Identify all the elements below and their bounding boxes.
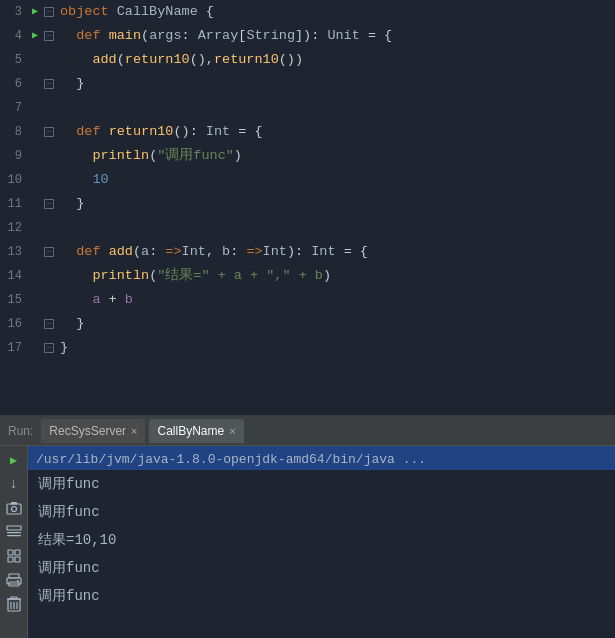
code-line: 17−} (0, 336, 615, 360)
svg-rect-9 (15, 557, 20, 562)
code-line: 6− } (0, 72, 615, 96)
run-play-button[interactable]: ▶ (4, 450, 24, 470)
line-number: 13 (0, 240, 28, 264)
line-code: def add(a: =>Int, b: =>Int): Int = { (56, 240, 615, 264)
tab-callbyname-label: CallByName (157, 424, 224, 438)
line-code: } (56, 312, 615, 336)
code-line: 9 println("调用func") (0, 144, 615, 168)
line-code: def main(args: Array[String]): Unit = { (56, 24, 615, 48)
output-line: 调用func (28, 554, 615, 582)
line-number: 4 (0, 24, 28, 48)
line-number: 3 (0, 0, 28, 24)
code-line: 14 println("结果=" + a + "," + b) (0, 264, 615, 288)
run-toolbar: ▶ ↓ (0, 446, 28, 638)
code-line: 16− } (0, 312, 615, 336)
line-number: 7 (0, 96, 28, 120)
fold-indicator[interactable]: − (42, 247, 56, 257)
fold-indicator[interactable]: − (42, 79, 56, 89)
line-code: println("调用func") (56, 144, 615, 168)
output-line: 结果=10,10 (28, 526, 615, 554)
line-code: a + b (56, 288, 615, 312)
line-code: def return10(): Int = { (56, 120, 615, 144)
line-number: 11 (0, 192, 28, 216)
svg-point-13 (17, 580, 19, 582)
tab-callbyname[interactable]: CallByName × (149, 419, 243, 443)
run-grid-button[interactable] (4, 546, 24, 566)
code-line: 12 (0, 216, 615, 240)
line-code: add(return10(),return10()) (56, 48, 615, 72)
output-line: 调用func (28, 582, 615, 610)
svg-rect-8 (8, 557, 13, 562)
line-number: 14 (0, 264, 28, 288)
line-code: } (56, 336, 615, 360)
code-line: 8− def return10(): Int = { (0, 120, 615, 144)
output-line: 调用func (28, 498, 615, 526)
line-code: } (56, 72, 615, 96)
fold-indicator[interactable]: − (42, 199, 56, 209)
run-panel: Run: RecSysServer × CallByName × ▶ ↓ (0, 415, 615, 638)
code-line: 13− def add(a: =>Int, b: =>Int): Int = { (0, 240, 615, 264)
line-arrow[interactable]: ▶ (28, 24, 42, 48)
line-number: 15 (0, 288, 28, 312)
run-path-line: /usr/lib/jvm/java-1.8.0-openjdk-amd64/bi… (28, 446, 615, 470)
line-code (56, 96, 615, 120)
tab-recsysserver[interactable]: RecSysServer × (41, 419, 145, 443)
code-line: 11− } (0, 192, 615, 216)
code-line: 10 10 (0, 168, 615, 192)
fold-indicator[interactable]: − (42, 127, 56, 137)
line-code: } (56, 192, 615, 216)
line-code: println("结果=" + a + "," + b) (56, 264, 615, 288)
line-number: 12 (0, 216, 28, 240)
code-line: 7 (0, 96, 615, 120)
fold-indicator[interactable]: − (42, 343, 56, 353)
run-down-button[interactable]: ↓ (4, 474, 24, 494)
svg-point-1 (11, 507, 16, 512)
line-number: 9 (0, 144, 28, 168)
line-number: 8 (0, 120, 28, 144)
editor-area: 3▶−object CallByName {4▶− def main(args:… (0, 0, 615, 415)
svg-rect-4 (7, 532, 21, 533)
line-number: 16 (0, 312, 28, 336)
svg-rect-7 (15, 550, 20, 555)
run-camera-button[interactable] (4, 498, 24, 518)
output-line: 调用func (28, 470, 615, 498)
tab-callbyname-close[interactable]: × (229, 425, 235, 437)
svg-rect-6 (8, 550, 13, 555)
code-line: 15 a + b (0, 288, 615, 312)
svg-rect-2 (11, 502, 17, 505)
tab-recsysserver-label: RecSysServer (49, 424, 126, 438)
line-code (56, 216, 615, 240)
run-tabs-bar: Run: RecSysServer × CallByName × (0, 416, 615, 446)
fold-indicator[interactable]: − (42, 31, 56, 41)
line-number: 5 (0, 48, 28, 72)
run-content-wrapper: ▶ ↓ /usr/lib/jvm/java-1.8.0-openjdk-amd6… (0, 446, 615, 638)
code-line: 3▶−object CallByName { (0, 0, 615, 24)
fold-indicator[interactable]: − (42, 319, 56, 329)
fold-indicator[interactable]: − (42, 7, 56, 17)
run-output: /usr/lib/jvm/java-1.8.0-openjdk-amd64/bi… (28, 446, 615, 638)
svg-rect-5 (7, 535, 21, 536)
code-lines: 3▶−object CallByName {4▶− def main(args:… (0, 0, 615, 360)
svg-rect-0 (7, 504, 21, 514)
tab-recsysserver-close[interactable]: × (131, 425, 137, 437)
line-code: object CallByName { (56, 0, 615, 24)
line-number: 10 (0, 168, 28, 192)
code-line: 5 add(return10(),return10()) (0, 48, 615, 72)
run-label: Run: (8, 424, 33, 438)
line-number: 17 (0, 336, 28, 360)
run-list-button[interactable] (4, 522, 24, 542)
run-print-button[interactable] (4, 570, 24, 590)
run-trash-button[interactable] (4, 594, 24, 614)
line-code: 10 (56, 168, 615, 192)
code-line: 4▶− def main(args: Array[String]): Unit … (0, 24, 615, 48)
svg-rect-3 (7, 526, 21, 530)
line-arrow[interactable]: ▶ (28, 0, 42, 24)
line-number: 6 (0, 72, 28, 96)
